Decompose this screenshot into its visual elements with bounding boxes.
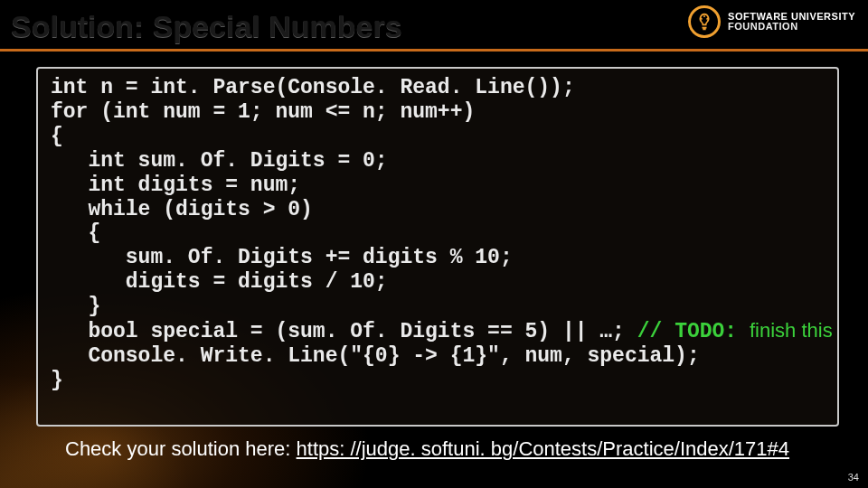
solution-link[interactable]: https: //judge. softuni. bg/Contests/Pra… [297,437,789,460]
code-line: Console. Write. Line("{0} -> {1}", num, … [51,344,700,368]
code-line: for (int num = 1; num <= n; num++) [51,100,475,124]
code-line: { [51,221,100,245]
lightbulb-icon [688,5,721,38]
code-comment: // TODO: [637,320,750,343]
slide-number: 34 [848,472,859,483]
code-line: bool special = (sum. Of. Digits == 5) ||… [51,320,637,343]
code-line: int digits = num; [51,174,300,197]
code-line: sum. Of. Digits += digits % 10; [51,246,513,269]
code-line: } [51,295,100,318]
code-comment: finish this [750,319,833,342]
code-line: } [51,369,63,392]
brand-logo: SOFTWARE UNIVERSITY FOUNDATION [688,5,855,38]
slide-title: Solution: Special Numbers [11,9,402,44]
footer-prefix: Check your solution here: [65,437,297,460]
code-line: { [51,125,63,148]
brand-text: SOFTWARE UNIVERSITY FOUNDATION [728,12,855,32]
footer-line: Check your solution here: https: //judge… [65,437,789,461]
code-block: int n = int. Parse(Console. Read. Line()… [36,67,839,427]
code-line: int n = int. Parse(Console. Read. Line()… [51,76,575,99]
code-line: int sum. Of. Digits = 0; [51,149,388,173]
code-line: digits = digits / 10; [51,270,388,294]
code-line: while (digits > 0) [51,198,313,221]
title-underline [0,49,868,52]
brand-line-2: FOUNDATION [728,22,855,32]
